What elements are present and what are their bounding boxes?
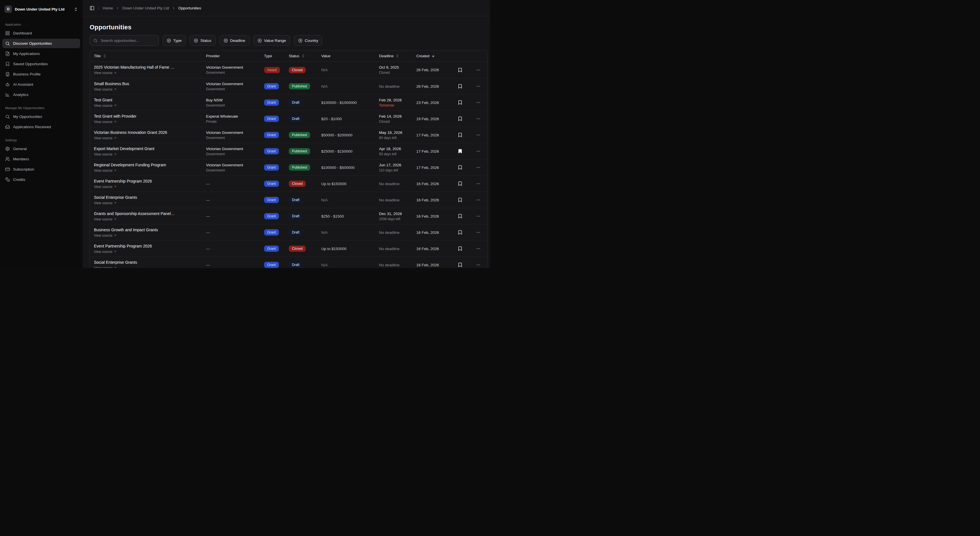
sidebar-item-my-applications[interactable]: My Applications (2, 49, 80, 58)
search-input[interactable] (100, 38, 155, 43)
sidebar-item-subscription[interactable]: Subscription (2, 164, 80, 174)
view-source-link[interactable]: View source (94, 71, 203, 75)
sidebar-item-discover-opportunities[interactable]: Discover Opportunities (2, 39, 80, 48)
provider-cell: — (203, 225, 261, 240)
view-source-link[interactable]: View source (94, 169, 203, 172)
table-row[interactable]: Small Business Bus View source Victorian… (90, 78, 487, 94)
bookmark-button[interactable] (457, 180, 464, 187)
ellipsis-icon (476, 214, 480, 219)
bookmark-icon (458, 132, 463, 137)
column-header-type[interactable]: Type (261, 50, 286, 62)
sidebar-item-my-opportunities[interactable]: My Opportunities (2, 112, 80, 121)
view-source-link[interactable]: View source (94, 120, 203, 124)
table-row[interactable]: Test Grant View source Buy NSW Governmen… (90, 94, 487, 110)
column-header-title[interactable]: Title (90, 50, 203, 62)
filter-button-country[interactable]: Country (294, 35, 322, 46)
table-row[interactable]: Social Enterprise Grants View source — G… (90, 257, 487, 268)
table-row[interactable]: Event Partnership Program 2026 View sour… (90, 175, 487, 191)
status-badge: Published (289, 164, 310, 171)
view-source-link[interactable]: View source (94, 233, 203, 238)
sidebar-item-label: Dashboard (13, 31, 32, 35)
view-source-link[interactable]: View source (94, 217, 203, 221)
row-menu-button[interactable] (475, 229, 482, 236)
view-source-link[interactable]: View source (94, 201, 203, 205)
created-cell: 16 Feb, 2026 (414, 192, 451, 208)
sidebar-item-business-profile[interactable]: Business Profile (2, 70, 80, 79)
view-source-link[interactable]: View source (94, 104, 203, 108)
bookmark-button[interactable] (457, 99, 464, 106)
sidebar-item-applications-received[interactable]: Applications Received (2, 122, 80, 132)
row-menu-button[interactable] (475, 115, 482, 122)
view-source-link[interactable]: View source (94, 136, 203, 140)
plus-circle-icon (194, 38, 198, 43)
provider-cell: — (203, 241, 261, 257)
org-switcher[interactable]: D Down Under United Pty Ltd (2, 4, 80, 14)
view-source-link[interactable]: View source (94, 266, 203, 268)
bookmark-button[interactable] (457, 83, 464, 90)
table-row[interactable]: 2025 Victorian Manufacturing Hall of Fam… (90, 62, 487, 78)
bookmark-button[interactable] (457, 229, 464, 236)
table-row[interactable]: Business Growth and Impact Grants View s… (90, 224, 487, 240)
ellipsis-icon (476, 198, 480, 202)
bookmark-button[interactable] (457, 131, 464, 139)
bookmark-button[interactable] (457, 212, 464, 220)
filter-button-label: Deadline (230, 38, 245, 43)
sidebar-item-general[interactable]: General (2, 144, 80, 153)
bookmark-button[interactable] (457, 164, 464, 171)
row-menu-button[interactable] (475, 213, 482, 220)
bookmark-button[interactable] (457, 148, 464, 155)
row-menu-button[interactable] (475, 180, 482, 187)
sidebar-item-label: AI Assistant (13, 82, 33, 86)
value-cell: Up to $150000 (318, 176, 376, 191)
sidebar-item-saved-opportunities[interactable]: Saved Opportunities (2, 59, 80, 69)
breadcrumb-home[interactable]: Home (103, 6, 113, 10)
sidebar-item-credits[interactable]: Credits (2, 175, 80, 184)
filter-button-value-range[interactable]: Value Range (253, 35, 290, 46)
row-menu-button[interactable] (475, 83, 482, 90)
row-menu-button[interactable] (475, 67, 482, 73)
breadcrumb-org[interactable]: Down Under United Pty Ltd (123, 6, 169, 10)
row-menu-button[interactable] (475, 99, 482, 106)
type-badge: Grant (264, 116, 279, 122)
column-header-value[interactable]: Value (318, 50, 376, 62)
bookmark-button[interactable] (457, 115, 464, 123)
sidebar-item-dashboard[interactable]: Dashboard (2, 29, 80, 38)
sidebar-item-analytics[interactable]: Analytics (2, 90, 80, 99)
sidebar-section-label: Application (5, 23, 77, 26)
row-menu-button[interactable] (475, 164, 482, 171)
column-header-status[interactable]: Status (286, 50, 318, 62)
filter-button-type[interactable]: Type (162, 35, 186, 46)
bookmark-button[interactable] (457, 196, 464, 204)
bookmark-button[interactable] (457, 245, 464, 252)
table-row[interactable]: Test Grant with Provider View source Exp… (90, 110, 487, 127)
column-header-provider[interactable]: Provider (203, 50, 261, 62)
view-source-link[interactable]: View source (94, 88, 203, 91)
table-row[interactable]: Grants and Sponsorship Assessment Panel…… (90, 208, 487, 224)
view-source-link[interactable]: View source (94, 185, 203, 189)
row-menu-button[interactable] (475, 245, 482, 252)
row-menu-button[interactable] (475, 148, 482, 155)
row-menu-button[interactable] (475, 262, 482, 268)
table-row[interactable]: Export Market Development Grant View sou… (90, 143, 487, 159)
row-menu-button[interactable] (475, 132, 482, 139)
sidebar-item-members[interactable]: Members (2, 154, 80, 164)
table-row[interactable]: Event Partnership Program 2026 View sour… (90, 240, 487, 257)
column-header-deadline[interactable]: Deadline (376, 50, 414, 62)
filter-button-deadline[interactable]: Deadline (220, 35, 250, 46)
external-link-icon (113, 88, 117, 91)
bookmark-button[interactable] (457, 66, 464, 74)
table-row[interactable]: Social Enterprise Grants View source — G… (90, 191, 487, 208)
sidebar-toggle-icon[interactable] (90, 6, 94, 11)
table-row[interactable]: Regional Development Funding Program Vie… (90, 159, 487, 175)
status-badge: Closed (289, 246, 305, 252)
deadline-cell: No deadline (376, 257, 414, 268)
sidebar-item-ai-assistant[interactable]: AI Assistant (2, 80, 80, 89)
bookmark-icon (458, 197, 463, 203)
row-menu-button[interactable] (475, 196, 482, 203)
view-source-link[interactable]: View source (94, 250, 203, 254)
bookmark-button[interactable] (457, 261, 464, 268)
table-row[interactable]: Victorian Business Innovation Grant 2026… (90, 127, 487, 143)
view-source-link[interactable]: View source (94, 152, 203, 156)
column-header-created[interactable]: Created (414, 50, 451, 62)
filter-button-status[interactable]: Status (189, 35, 215, 46)
